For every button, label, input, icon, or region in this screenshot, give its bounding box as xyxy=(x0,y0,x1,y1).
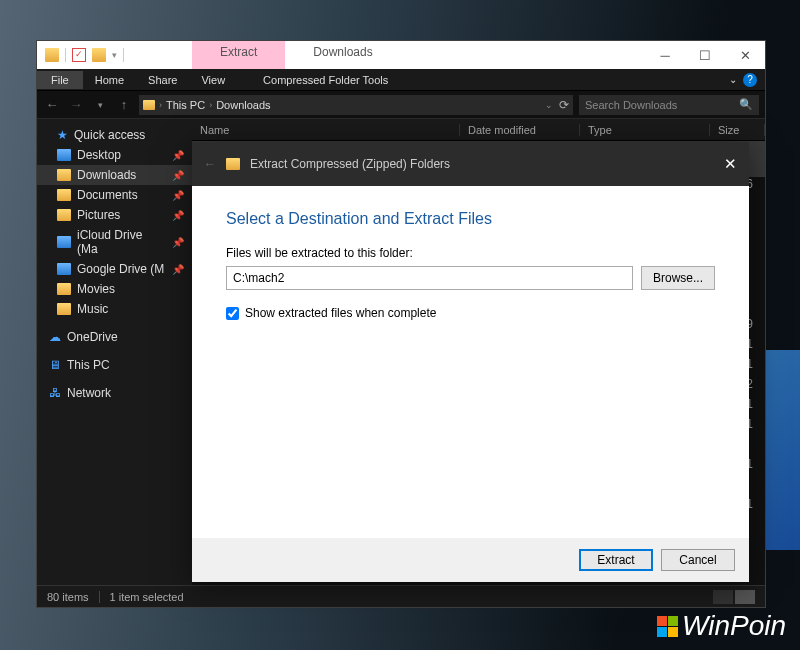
address-bar: ← → ▾ ↑ › This PC › Downloads ⌄ ⟳ Search… xyxy=(37,91,765,119)
breadcrumb-segment[interactable]: This PC xyxy=(166,99,205,111)
pin-icon: 📌 xyxy=(172,190,184,201)
search-placeholder: Search Downloads xyxy=(585,99,677,111)
search-input[interactable]: Search Downloads 🔍 xyxy=(579,95,759,115)
nav-history-icon[interactable]: ▾ xyxy=(91,100,109,110)
folder-icon xyxy=(57,209,71,221)
sidebar-item-desktop[interactable]: Desktop📌 xyxy=(37,145,192,165)
folder-icon xyxy=(57,263,71,275)
maximize-button[interactable]: ☐ xyxy=(685,41,725,69)
app-icon xyxy=(45,48,59,62)
folder-icon xyxy=(57,303,71,315)
help-icon[interactable]: ? xyxy=(743,73,757,87)
folder-icon xyxy=(57,169,71,181)
status-bar: 80 items 1 item selected xyxy=(37,585,765,607)
sidebar-item-googledrive[interactable]: Google Drive (M📌 xyxy=(37,259,192,279)
status-item-count: 80 items xyxy=(47,591,89,603)
view-details-button[interactable] xyxy=(713,590,733,604)
status-selection: 1 item selected xyxy=(99,591,184,603)
sidebar-thispc[interactable]: 🖥This PC xyxy=(37,355,192,375)
dialog-title: Extract Compressed (Zipped) Folders xyxy=(250,157,450,171)
col-size: Size xyxy=(710,124,765,136)
folder-icon xyxy=(57,149,71,161)
sidebar-item-icloud[interactable]: iCloud Drive (Ma📌 xyxy=(37,225,192,259)
zip-icon xyxy=(226,158,240,170)
dialog-path-label: Files will be extracted to this folder: xyxy=(226,246,715,260)
sidebar-item-music[interactable]: Music xyxy=(37,299,192,319)
ribbon-collapse-icon[interactable]: ⌄ xyxy=(729,74,737,85)
nav-back-icon[interactable]: ← xyxy=(43,97,61,112)
folder-icon xyxy=(57,283,71,295)
sidebar-network[interactable]: 🖧Network xyxy=(37,383,192,403)
sidebar-item-downloads[interactable]: Downloads📌 xyxy=(37,165,192,185)
watermark: WinPoin xyxy=(657,610,786,642)
network-icon: 🖧 xyxy=(49,386,61,400)
folder-icon xyxy=(57,236,71,248)
ribbon: File Home Share View Compressed Folder T… xyxy=(37,69,765,91)
column-headers[interactable]: Name Date modified Type Size xyxy=(192,119,765,141)
ribbon-share[interactable]: Share xyxy=(136,71,189,89)
ribbon-view[interactable]: View xyxy=(189,71,237,89)
sidebar-quick-access[interactable]: ★ Quick access xyxy=(37,125,192,145)
breadcrumb[interactable]: › This PC › Downloads ⌄ ⟳ xyxy=(139,95,573,115)
qat-folder-icon[interactable] xyxy=(92,48,106,62)
browse-button[interactable]: Browse... xyxy=(641,266,715,290)
breadcrumb-segment[interactable]: Downloads xyxy=(216,99,270,111)
dialog-back-icon: ← xyxy=(204,157,216,171)
qat-dropdown-icon[interactable]: ▾ xyxy=(112,50,117,60)
show-files-checkbox[interactable]: Show extracted files when complete xyxy=(226,306,715,320)
sidebar-item-documents[interactable]: Documents📌 xyxy=(37,185,192,205)
sidebar-item-pictures[interactable]: Pictures📌 xyxy=(37,205,192,225)
breadcrumb-folder-icon xyxy=(143,100,155,110)
pin-icon: 📌 xyxy=(172,150,184,161)
dialog-heading: Select a Destination and Extract Files xyxy=(226,210,715,228)
destination-input[interactable] xyxy=(226,266,633,290)
search-icon: 🔍 xyxy=(739,98,753,111)
cancel-button[interactable]: Cancel xyxy=(661,549,735,571)
pin-icon: 📌 xyxy=(172,237,184,248)
breadcrumb-dropdown-icon[interactable]: ⌄ xyxy=(545,100,553,110)
qat-check-icon[interactable]: ✓ xyxy=(72,48,86,62)
extract-dialog: ← Extract Compressed (Zipped) Folders ✕ … xyxy=(192,142,749,582)
minimize-button[interactable]: ─ xyxy=(645,41,685,69)
dialog-close-button[interactable]: ✕ xyxy=(724,155,737,173)
onedrive-icon: ☁ xyxy=(49,330,61,344)
sidebar-onedrive[interactable]: ☁OneDrive xyxy=(37,327,192,347)
dialog-footer: Extract Cancel xyxy=(192,538,749,582)
close-button[interactable]: ✕ xyxy=(725,41,765,69)
watermark-logo-icon xyxy=(657,616,678,637)
nav-up-icon[interactable]: ↑ xyxy=(115,97,133,112)
pin-icon: 📌 xyxy=(172,210,184,221)
col-date: Date modified xyxy=(460,124,580,136)
extract-button[interactable]: Extract xyxy=(579,549,653,571)
titlebar: ✓ ▾ Extract Downloads ─ ☐ ✕ xyxy=(37,41,765,69)
pin-icon: 📌 xyxy=(172,264,184,275)
nav-forward-icon: → xyxy=(67,97,85,112)
nav-pane: ★ Quick access Desktop📌 Downloads📌 Docum… xyxy=(37,119,192,585)
col-name: Name xyxy=(192,124,460,136)
ribbon-file[interactable]: File xyxy=(37,71,83,89)
ribbon-context-group[interactable]: Compressed Folder Tools xyxy=(251,71,400,89)
checkbox-label: Show extracted files when complete xyxy=(245,306,436,320)
context-tab-extract[interactable]: Extract xyxy=(192,41,285,69)
pc-icon: 🖥 xyxy=(49,358,61,372)
folder-icon xyxy=(57,189,71,201)
ribbon-home[interactable]: Home xyxy=(83,71,136,89)
star-icon: ★ xyxy=(57,128,68,142)
col-type: Type xyxy=(580,124,710,136)
pin-icon: 📌 xyxy=(172,170,184,181)
show-files-checkbox-input[interactable] xyxy=(226,307,239,320)
sidebar-item-movies[interactable]: Movies xyxy=(37,279,192,299)
refresh-icon[interactable]: ⟳ xyxy=(559,98,569,112)
view-icons-button[interactable] xyxy=(735,590,755,604)
dialog-header: ← Extract Compressed (Zipped) Folders ✕ xyxy=(192,142,749,186)
window-title: Downloads xyxy=(285,41,400,69)
